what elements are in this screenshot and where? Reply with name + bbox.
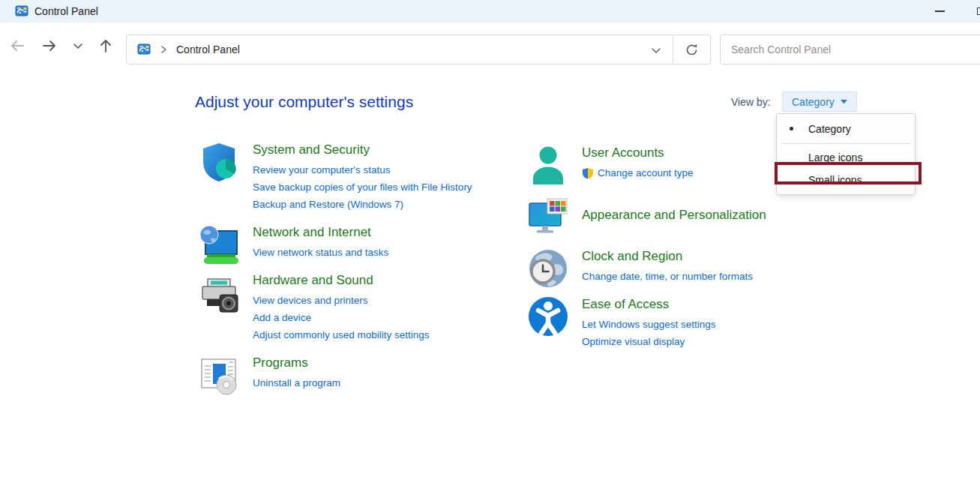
category-title[interactable]: Hardware and Sound — [253, 272, 430, 290]
control-panel-icon — [137, 43, 151, 56]
category-network-and-internet: Network and Internet View network status… — [198, 224, 388, 266]
view-by-value: Category — [792, 96, 835, 108]
monitor-tiles-icon — [527, 196, 569, 238]
user-silhouette-icon — [527, 144, 569, 186]
task-link[interactable]: Add a device — [253, 309, 311, 326]
task-link[interactable]: Change account type — [598, 164, 694, 182]
page-title: Adjust your computer's settings — [195, 93, 413, 111]
view-by-menu: Category Large icons Small icons — [776, 113, 916, 195]
category-programs: Programs Uninstall a program — [198, 354, 340, 396]
window-title: Control Panel — [34, 5, 98, 17]
search-box — [720, 34, 980, 64]
category-title[interactable]: User Accounts — [582, 144, 694, 162]
maximize-button[interactable] — [977, 8, 980, 15]
up-arrow-icon — [97, 38, 114, 54]
view-by-label: View by: — [731, 96, 771, 108]
recent-locations-button[interactable] — [70, 38, 86, 54]
task-link[interactable]: Uninstall a program — [253, 374, 340, 392]
accessibility-icon — [527, 296, 569, 338]
control-panel-icon — [15, 4, 28, 18]
forward-arrow-icon — [41, 38, 58, 54]
task-link[interactable]: Review your computer's status — [253, 161, 390, 178]
dropdown-triangle-icon — [841, 100, 847, 104]
task-link[interactable]: Optimize visual display — [582, 333, 685, 350]
back-arrow-icon — [9, 38, 25, 54]
shield-icon — [198, 141, 240, 183]
task-link[interactable]: Adjust commonly used mobility settings — [253, 326, 430, 344]
category-user-accounts: User Accounts Change account type — [527, 144, 694, 186]
forward-button[interactable] — [41, 38, 58, 54]
titlebar: Control Panel — [0, 0, 980, 22]
category-clock-and-region: Clock and Region Change date, time, or n… — [527, 248, 753, 290]
task-link[interactable]: View network status and tasks — [253, 244, 388, 261]
category-system-and-security: System and Security Review your computer… — [198, 141, 472, 213]
uac-shield-icon — [582, 167, 594, 179]
view-by-dropdown[interactable]: Category — [782, 92, 857, 112]
network-monitor-icon — [198, 224, 240, 266]
control-panel-window: Control Panel Control Pan — [0, 0, 980, 483]
chevron-down-icon — [72, 40, 84, 52]
navigation-bar: Control Panel — [0, 22, 980, 69]
menu-separator — [781, 143, 910, 144]
printer-speaker-icon — [198, 272, 240, 314]
minimize-button[interactable] — [935, 10, 945, 12]
address-bar[interactable]: Control Panel — [126, 34, 673, 64]
selected-bullet-icon — [790, 127, 793, 130]
category-appearance-and-personalization: Appearance and Personalization — [527, 196, 766, 238]
back-button[interactable] — [9, 38, 25, 54]
category-title[interactable]: Ease of Access — [582, 296, 716, 314]
menu-item-large-icons[interactable]: Large icons — [777, 146, 915, 169]
task-link[interactable]: Let Windows suggest settings — [582, 316, 716, 333]
menu-item-label: Small icons — [808, 174, 862, 186]
globe-clock-icon — [527, 248, 569, 290]
breadcrumb[interactable]: Control Panel — [176, 44, 240, 56]
category-title[interactable]: Appearance and Personalization — [582, 206, 766, 224]
breadcrumb-chevron-icon — [158, 44, 169, 55]
menu-item-category[interactable]: Category — [777, 117, 915, 141]
menu-item-label: Large icons — [808, 152, 862, 164]
search-input[interactable] — [721, 35, 980, 64]
task-link[interactable]: Backup and Restore (Windows 7) — [253, 196, 403, 213]
task-link[interactable]: Save backup copies of your files with Fi… — [253, 178, 472, 196]
category-title[interactable]: Programs — [253, 354, 340, 372]
category-ease-of-access: Ease of Access Let Windows suggest setti… — [527, 296, 716, 350]
address-dropdown-chevron-icon[interactable] — [650, 44, 662, 56]
menu-item-small-icons[interactable]: Small icons — [777, 169, 915, 191]
category-title[interactable]: Clock and Region — [582, 248, 753, 266]
menu-item-label: Category — [808, 123, 851, 135]
category-hardware-and-sound: Hardware and Sound View devices and prin… — [198, 272, 430, 344]
category-title[interactable]: System and Security — [253, 141, 472, 159]
task-link[interactable]: Change date, time, or number formats — [582, 268, 753, 285]
refresh-icon — [685, 43, 699, 57]
up-button[interactable] — [97, 38, 114, 54]
category-title[interactable]: Network and Internet — [253, 224, 388, 242]
refresh-button[interactable] — [673, 34, 711, 64]
program-window-cd-icon — [198, 354, 240, 396]
task-link[interactable]: View devices and printers — [253, 292, 368, 309]
